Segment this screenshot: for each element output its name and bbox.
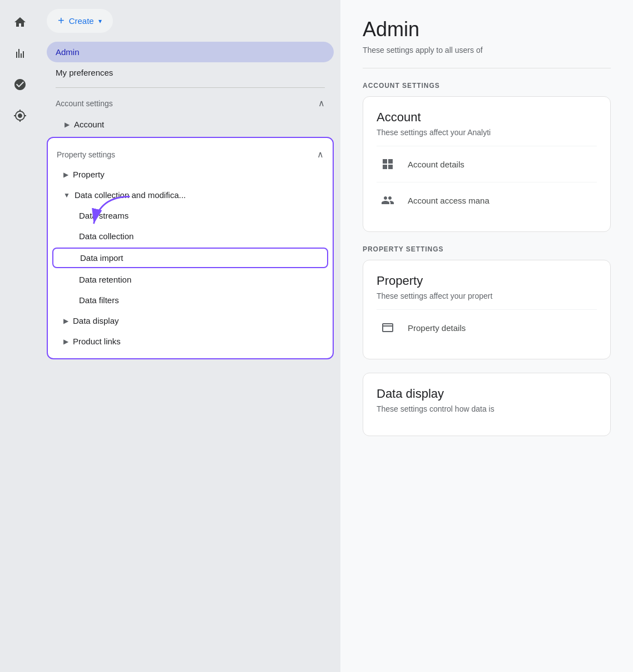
main-content: Admin These settings apply to all users … xyxy=(340,0,633,672)
create-chevron-icon: ▾ xyxy=(98,17,102,25)
create-button[interactable]: + Create ▾ xyxy=(47,9,113,33)
sidebar-item-data-collection-label: Data collection and modifica... xyxy=(75,190,186,200)
activity-icon xyxy=(13,78,27,91)
sidebar-item-data-display-label: Data display xyxy=(73,316,119,325)
data-display-arrow-icon: ▶ xyxy=(63,317,68,325)
property-card-title: Property xyxy=(377,274,597,288)
account-access-item[interactable]: Account access mana xyxy=(377,182,597,218)
property-settings-label: Property settings xyxy=(57,150,115,159)
account-card-desc: These settings affect your Analyti xyxy=(377,128,597,137)
property-settings-header[interactable]: Property settings ∧ xyxy=(48,145,333,164)
account-access-label: Account access mana xyxy=(408,196,489,205)
home-icon xyxy=(13,16,27,29)
sidebar-item-data-filters[interactable]: Data filters xyxy=(52,290,328,310)
sidebar-item-data-retention[interactable]: Data retention xyxy=(52,269,328,290)
product-links-arrow-icon: ▶ xyxy=(63,338,68,345)
account-settings-header[interactable]: Account settings ∧ xyxy=(47,92,334,114)
property-details-item[interactable]: Property details xyxy=(377,309,597,345)
data-display-card-title: Data display xyxy=(377,387,597,401)
account-settings-card: Account These settings affect your Analy… xyxy=(363,96,611,232)
analytics-nav-item[interactable] xyxy=(7,40,33,67)
account-settings-chevron-icon: ∧ xyxy=(318,98,325,108)
target-icon xyxy=(13,109,27,122)
sidebar-item-admin-label: Admin xyxy=(56,47,80,57)
target-nav-item[interactable] xyxy=(7,102,33,129)
main-subtitle: These settings apply to all users of xyxy=(363,46,611,55)
property-arrow-icon: ▶ xyxy=(63,171,68,179)
analytics-icon xyxy=(13,47,27,60)
sidebar-item-admin[interactable]: Admin xyxy=(47,42,334,62)
browser-icon xyxy=(377,317,399,339)
create-plus-icon: + xyxy=(58,14,65,27)
sidebar: + Create ▾ Admin My preferences Account … xyxy=(40,0,340,672)
account-card-title: Account xyxy=(377,110,597,125)
sidebar-item-data-collection[interactable]: ▼ Data collection and modifica... xyxy=(50,185,330,205)
account-settings-label: Account settings xyxy=(56,99,113,108)
icon-nav xyxy=(0,0,40,672)
property-card-desc: These settings affect your propert xyxy=(377,291,597,300)
property-settings-box: Property settings ∧ ▶ Property ▼ Data co… xyxy=(47,137,334,359)
data-collection-arrow-icon: ▼ xyxy=(63,191,70,199)
data-display-card-desc: These settings control how data is xyxy=(377,404,597,413)
sidebar-item-data-collection-sub[interactable]: Data collection xyxy=(52,226,328,246)
sidebar-item-product-links[interactable]: ▶ Product links xyxy=(50,331,330,352)
create-label: Create xyxy=(69,16,94,26)
property-details-label: Property details xyxy=(408,323,466,333)
data-display-card: Data display These settings control how … xyxy=(363,373,611,436)
property-settings-section-label: PROPERTY SETTINGS xyxy=(363,245,611,253)
account-arrow-icon: ▶ xyxy=(65,121,70,129)
sidebar-item-product-links-label: Product links xyxy=(73,337,121,346)
sidebar-item-my-preferences[interactable]: My preferences xyxy=(47,62,334,83)
sidebar-item-property-label: Property xyxy=(73,170,105,179)
sidebar-item-property[interactable]: ▶ Property xyxy=(50,164,330,185)
page-title: Admin xyxy=(363,18,611,41)
grid-icon xyxy=(377,153,399,175)
property-settings-chevron-icon: ∧ xyxy=(317,149,324,160)
sidebar-item-account[interactable]: ▶ Account xyxy=(47,114,334,135)
people-icon xyxy=(377,189,399,211)
sidebar-item-data-display[interactable]: ▶ Data display xyxy=(50,310,330,331)
property-settings-card: Property These settings affect your prop… xyxy=(363,260,611,359)
main-divider xyxy=(363,68,611,68)
account-settings-section-label: ACCOUNT SETTINGS xyxy=(363,82,611,90)
sidebar-item-data-streams[interactable]: Data streams xyxy=(52,205,328,226)
sidebar-item-data-import[interactable]: Data import xyxy=(52,248,328,268)
home-nav-item[interactable] xyxy=(7,9,33,36)
activity-nav-item[interactable] xyxy=(7,71,33,98)
sidebar-divider-1 xyxy=(56,87,325,88)
sidebar-item-my-preferences-label: My preferences xyxy=(56,68,113,77)
account-details-item[interactable]: Account details xyxy=(377,146,597,182)
account-details-label: Account details xyxy=(408,160,464,169)
sidebar-nav: Admin My preferences Account settings ∧ … xyxy=(47,42,334,359)
sidebar-item-account-label: Account xyxy=(74,120,104,129)
